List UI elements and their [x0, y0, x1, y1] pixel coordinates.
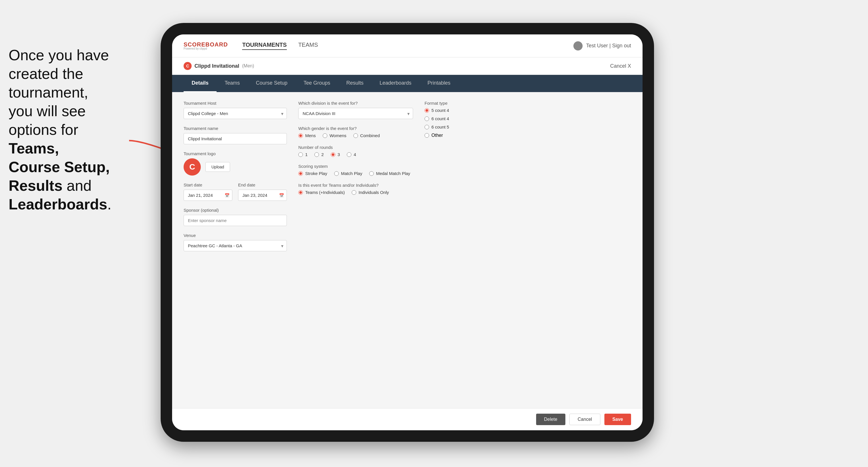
scoring-stroke[interactable]: Stroke Play	[298, 171, 327, 176]
round-3[interactable]: 3	[331, 152, 340, 157]
nav-links: TOURNAMENTS TEAMS	[242, 41, 318, 50]
user-info[interactable]: Test User | Sign out	[586, 43, 631, 49]
venue-wrapper: Peachtree GC - Atlanta - GA	[184, 240, 287, 251]
gender-radio-group: Mens Womens Combined	[298, 133, 413, 138]
breadcrumb-row: C Clippd Invitational (Men) Cancel X	[172, 57, 643, 75]
tournament-host-group: Tournament Host Clippd College - Men	[184, 101, 287, 119]
format-6count4[interactable]: 6 count 4	[425, 116, 631, 121]
scoring-label: Scoring system	[298, 164, 413, 169]
round-2[interactable]: 2	[314, 152, 323, 157]
division-group: Which division is the event for? NCAA Di…	[298, 101, 413, 119]
nav-teams[interactable]: TEAMS	[298, 41, 318, 50]
logo-preview: C	[184, 158, 201, 176]
user-avatar	[574, 41, 583, 51]
rounds-radio-group: 1 2 3 4	[298, 152, 413, 157]
scoring-match-radio[interactable]	[334, 171, 339, 176]
save-button[interactable]: Save	[604, 414, 631, 425]
format-6count5[interactable]: 6 count 5	[425, 124, 631, 129]
tab-teams[interactable]: Teams	[217, 75, 248, 92]
form-area: Tournament Host Clippd College - Men Tou…	[172, 92, 643, 267]
logo-upload-area: C Upload	[184, 158, 287, 176]
tournament-logo-label: Tournament logo	[184, 151, 287, 156]
delete-button[interactable]: Delete	[536, 414, 565, 425]
tournament-host-select[interactable]: Clippd College - Men	[184, 108, 287, 119]
sponsor-label: Sponsor (optional)	[184, 208, 287, 213]
nav-tournaments[interactable]: TOURNAMENTS	[242, 41, 286, 50]
format-5count4-radio[interactable]	[425, 108, 429, 113]
scoring-stroke-radio[interactable]	[298, 171, 303, 176]
format-5count4[interactable]: 5 count 4	[425, 108, 631, 113]
logo-area: SCOREBOARD Powered by clippd TOURNAMENTS…	[184, 41, 318, 50]
tab-printables[interactable]: Printables	[420, 75, 458, 92]
end-date-label: End date	[238, 182, 287, 187]
tournament-host-label: Tournament Host	[184, 101, 287, 105]
gender-womens-radio[interactable]	[323, 133, 327, 138]
teams-plus-individuals[interactable]: Teams (+Individuals)	[298, 190, 345, 195]
breadcrumb: C Clippd Invitational (Men)	[184, 62, 254, 70]
rounds-label: Number of rounds	[298, 145, 413, 150]
start-date-wrapper	[184, 190, 232, 201]
end-date-wrapper	[238, 190, 287, 201]
round-3-radio[interactable]	[331, 152, 335, 157]
sponsor-input[interactable]	[184, 215, 287, 226]
scoring-medal-match[interactable]: Medal Match Play	[369, 171, 410, 176]
tablet-screen: SCOREBOARD Powered by clippd TOURNAMENTS…	[172, 34, 643, 430]
cancel-button[interactable]: Cancel	[569, 414, 600, 425]
tab-leaderboards[interactable]: Leaderboards	[371, 75, 420, 92]
gender-womens[interactable]: Womens	[323, 133, 346, 138]
tab-bar: Details Teams Course Setup Tee Groups Re…	[172, 75, 643, 92]
end-date-input[interactable]	[238, 190, 287, 201]
individuals-only-radio[interactable]	[352, 190, 356, 195]
teams-plus-radio[interactable]	[298, 190, 303, 195]
round-4[interactable]: 4	[347, 152, 356, 157]
rounds-group: Number of rounds 1 2	[298, 145, 413, 157]
division-label: Which division is the event for?	[298, 101, 413, 105]
format-6count5-radio[interactable]	[425, 125, 429, 129]
main-content: Tournament Host Clippd College - Men Tou…	[172, 92, 643, 408]
teams-individuals-label: Is this event for Teams and/or Individua…	[298, 183, 413, 188]
gender-combined[interactable]: Combined	[353, 133, 380, 138]
teams-individuals-group: Is this event for Teams and/or Individua…	[298, 183, 413, 195]
right-column: Format type 5 count 4 6 count 4 6 count …	[425, 101, 631, 258]
gender-combined-radio[interactable]	[353, 133, 358, 138]
top-right: Test User | Sign out	[574, 41, 631, 51]
tablet-device: SCOREBOARD Powered by clippd TOURNAMENTS…	[161, 23, 654, 442]
gender-mens-radio[interactable]	[298, 133, 303, 138]
tab-course-setup[interactable]: Course Setup	[248, 75, 296, 92]
tournament-name-input[interactable]	[184, 133, 287, 144]
scoring-match[interactable]: Match Play	[334, 171, 362, 176]
venue-group: Venue Peachtree GC - Atlanta - GA	[184, 233, 287, 251]
round-4-radio[interactable]	[347, 152, 351, 157]
tab-tee-groups[interactable]: Tee Groups	[296, 75, 338, 92]
logo-sub: Powered by clippd	[184, 47, 228, 50]
individuals-only[interactable]: Individuals Only	[352, 190, 389, 195]
tournament-logo-group: Tournament logo C Upload	[184, 151, 287, 176]
gender-label: Which gender is the event for?	[298, 126, 413, 131]
venue-select[interactable]: Peachtree GC - Atlanta - GA	[184, 240, 287, 251]
round-1[interactable]: 1	[298, 152, 308, 157]
format-other-radio[interactable]	[425, 133, 429, 138]
intro-text: Once you have created the tournament, yo…	[0, 46, 138, 214]
tab-details[interactable]: Details	[184, 75, 217, 92]
teams-individuals-radio-group: Teams (+Individuals) Individuals Only	[298, 190, 413, 195]
tab-results[interactable]: Results	[338, 75, 371, 92]
round-2-radio[interactable]	[314, 152, 319, 157]
round-1-radio[interactable]	[298, 152, 303, 157]
start-date-input[interactable]	[184, 190, 232, 201]
tournament-host-wrapper: Clippd College - Men	[184, 108, 287, 119]
cancel-top-button[interactable]: Cancel X	[610, 63, 631, 69]
gender-mens[interactable]: Mens	[298, 133, 316, 138]
middle-column: Which division is the event for? NCAA Di…	[298, 101, 425, 258]
breadcrumb-name: Clippd Invitational	[194, 63, 239, 69]
format-6count4-radio[interactable]	[425, 117, 429, 121]
format-other[interactable]: Other	[425, 133, 631, 138]
gender-group: Which gender is the event for? Mens Wome…	[298, 126, 413, 138]
logo-text: SCOREBOARD	[184, 41, 228, 47]
scoring-medal-match-radio[interactable]	[369, 171, 374, 176]
division-wrapper: NCAA Division III	[298, 108, 413, 119]
upload-button[interactable]: Upload	[206, 162, 230, 172]
division-select[interactable]: NCAA Division III	[298, 108, 413, 119]
scoring-group: Scoring system Stroke Play Match Play	[298, 164, 413, 176]
breadcrumb-sub: (Men)	[242, 63, 254, 68]
action-bar: Delete Cancel Save	[172, 408, 643, 430]
